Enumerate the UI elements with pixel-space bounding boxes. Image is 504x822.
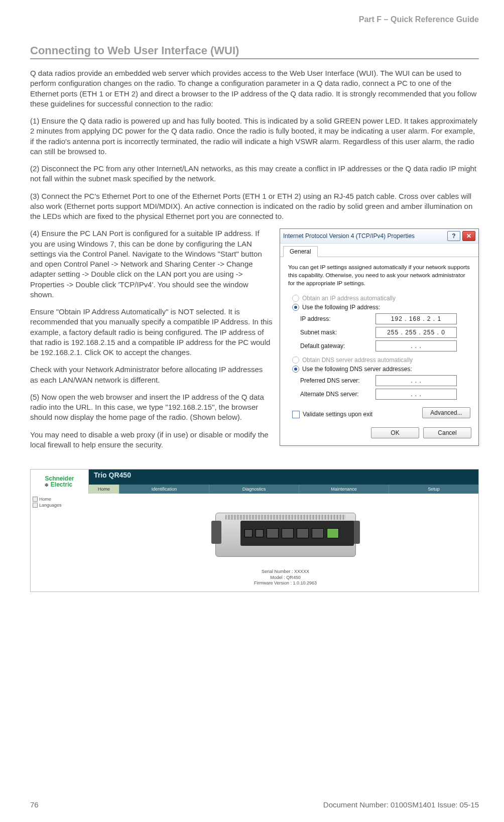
wui-nav: Home Identification Diagnostics Maintena…: [89, 485, 478, 494]
label-default-gateway: Default gateway:: [300, 342, 375, 349]
intro-paragraph: Q data radios provide an embedded web se…: [30, 68, 479, 109]
schneider-logo: Schneider ❇ Electric: [31, 469, 89, 494]
wui-product-title: Trio QR450: [89, 469, 478, 479]
step-1: (1) Ensure the Q data radio is powered u…: [30, 116, 479, 157]
radio-use-ip-label: Use the following IP address:: [302, 304, 380, 311]
step-2: (2) Disconnect the PC from any other Int…: [30, 164, 479, 184]
sidebar-home[interactable]: Home: [33, 497, 90, 502]
device-image: [215, 503, 356, 563]
checkbox-validate-label: Validate settings upon exit: [303, 411, 372, 418]
dialog-info: You can get IP settings assigned automat…: [288, 263, 470, 287]
dialog-titlebar[interactable]: Internet Protocol Version 4 (TCP/IPv4) P…: [280, 229, 478, 244]
default-gateway-field[interactable]: . . .: [375, 340, 457, 351]
meta-firmware: Firmware Version : 1.0.10.2963: [254, 580, 317, 586]
leaf-icon: ❇: [45, 483, 49, 488]
meta-serial: Serial Number : XXXXX: [254, 569, 317, 575]
dialog-title: Internet Protocol Version 4 (TCP/IPv4) P…: [283, 232, 415, 240]
tab-general[interactable]: General: [283, 246, 318, 257]
step-3: (3) Connect the PC's Ethernet Port to on…: [30, 191, 479, 222]
close-button[interactable]: ✕: [462, 231, 475, 241]
device-meta: Serial Number : XXXXX Model : QR450 Firm…: [254, 569, 317, 586]
square-icon: [33, 503, 38, 508]
label-ip-address: IP address:: [300, 315, 375, 322]
nav-maintenance[interactable]: Maintenance: [299, 485, 389, 494]
step-5: (5) Now open the web browser and insert …: [30, 392, 273, 423]
proxy-note: You may need to disable a web proxy (if …: [30, 430, 273, 450]
nav-diagnostics[interactable]: Diagnostics: [209, 485, 299, 494]
ip-address-field[interactable]: 192 . 168 . 2 . 1: [375, 313, 457, 324]
page-footer: 76 Document Number: 0100SM1401 Issue: 05…: [30, 800, 479, 809]
step-4b: Ensure "Obtain IP Address Automatically"…: [30, 307, 273, 358]
logo-text-bottom: Electric: [51, 481, 72, 488]
preferred-dns-field[interactable]: . . .: [375, 375, 457, 386]
radio-obtain-ip-label: Obtain an IP address automatically: [302, 295, 396, 302]
radio-obtain-dns[interactable]: [292, 357, 299, 364]
advanced-button[interactable]: Advanced...: [422, 407, 470, 418]
page-header: Part F – Quick Reference Guide: [30, 15, 479, 24]
label-subnet-mask: Subnet mask:: [300, 329, 375, 336]
ipv4-properties-dialog: Internet Protocol Version 4 (TCP/IPv4) P…: [280, 228, 479, 445]
help-button[interactable]: ?: [447, 231, 460, 241]
page-number: 76: [30, 800, 39, 809]
nav-identification[interactable]: Identification: [119, 485, 209, 494]
alternate-dns-field[interactable]: . . .: [375, 389, 457, 400]
radio-obtain-ip[interactable]: [292, 295, 299, 302]
label-alternate-dns: Alternate DNS server:: [300, 391, 375, 398]
ok-button[interactable]: OK: [371, 427, 419, 438]
wui-sidebar: Home Languages: [31, 494, 92, 592]
radio-use-dns[interactable]: [292, 366, 299, 373]
wui-homepage: Schneider ❇ Electric Trio QR450 Home Ide…: [30, 469, 479, 592]
step-4a: (4) Ensure the PC LAN Port is configured…: [30, 228, 273, 300]
step-4c: Check with your Network Administrator be…: [30, 365, 273, 385]
checkbox-validate[interactable]: [292, 411, 300, 418]
radio-use-ip[interactable]: [292, 304, 299, 311]
nav-home[interactable]: Home: [89, 485, 119, 494]
section-title: Connecting to Web User Interface (WUI): [30, 44, 479, 59]
document-number: Document Number: 0100SM1401 Issue: 05-15: [323, 800, 479, 809]
subnet-mask-field[interactable]: 255 . 255 . 255 . 0: [375, 327, 457, 338]
radio-use-dns-label: Use the following DNS server addresses:: [302, 366, 412, 373]
meta-model: Model : QR450: [254, 575, 317, 581]
radio-obtain-dns-label: Obtain DNS server address automatically: [302, 357, 413, 364]
cancel-button[interactable]: Cancel: [423, 427, 471, 438]
square-icon: [33, 497, 38, 502]
nav-setup[interactable]: Setup: [389, 485, 478, 494]
label-preferred-dns: Preferred DNS server:: [300, 377, 375, 384]
sidebar-languages[interactable]: Languages: [33, 503, 90, 508]
